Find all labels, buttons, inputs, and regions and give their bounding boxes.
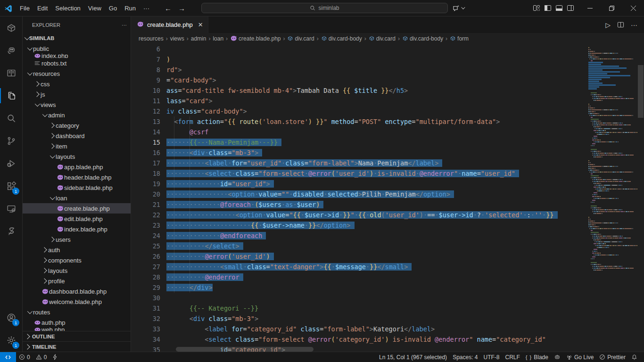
tree-folder-layouts[interactable]: layouts: [23, 265, 131, 276]
code-line-11[interactable]: 11lass="card">: [131, 96, 588, 106]
tree-folder-js[interactable]: js: [23, 89, 131, 99]
code-line-9[interactable]: 9="card-body">: [131, 75, 588, 85]
vertical-scrollbar-thumb[interactable]: [638, 65, 644, 118]
tree-file-create-blade-php[interactable]: create.blade.php: [23, 203, 131, 214]
workspace-section-header[interactable]: SIMINLAB: [23, 33, 131, 43]
tree-file-welcome-blade-php[interactable]: welcome.blade.php: [23, 296, 131, 307]
status-warnings[interactable]: 0: [33, 352, 50, 362]
tree-folder-layouts[interactable]: layouts: [23, 151, 131, 162]
code-line-31[interactable]: 31 {{-- Kategori --}}: [131, 303, 588, 313]
code-line-21[interactable]: 21··············@foreach·($users·as·$use…: [131, 199, 588, 210]
tree-file-app-blade-php[interactable]: app.blade.php: [23, 162, 131, 172]
breadcrumb-item-form[interactable]: form: [450, 35, 469, 42]
breadcrumb-item-resources[interactable]: resources: [139, 35, 164, 42]
code-line-6[interactable]: 6: [131, 44, 588, 54]
horizontal-scrollbar-thumb[interactable]: [176, 347, 314, 352]
breadcrumb-item-div-card[interactable]: div.card: [369, 35, 396, 42]
tree-folder-users[interactable]: users: [23, 234, 131, 245]
menu-more[interactable]: ···: [140, 3, 153, 14]
activity-extensions-icon[interactable]: 1: [0, 175, 22, 197]
status-robot-status[interactable]: [551, 352, 563, 362]
explorer-actions-button[interactable]: ···: [122, 22, 127, 28]
status-indentation[interactable]: Spaces: 4: [450, 352, 480, 362]
tree-file-sidebar-blade-php[interactable]: sidebar.blade.php: [23, 182, 131, 193]
code-editor[interactable]: 67)8rd">9="card-body">10ass="card-title …: [131, 44, 644, 352]
tree-folder-dashboard[interactable]: dashboard: [23, 131, 131, 141]
tree-file-auth-php[interactable]: auth.php: [23, 317, 131, 328]
tree-folder-auth[interactable]: auth: [23, 245, 131, 255]
tree-folder-item[interactable]: item: [23, 141, 131, 151]
tree-file-dashboard-blade-php[interactable]: dashboard.blade.php: [23, 286, 131, 296]
status-eol[interactable]: CRLF: [503, 352, 523, 362]
timeline-panel-header[interactable]: TIMELINE: [23, 341, 131, 352]
tree-folder-views[interactable]: views: [23, 99, 131, 110]
breadcrumb-item-loan[interactable]: loan: [213, 35, 223, 42]
menu-run[interactable]: Run: [121, 3, 140, 14]
tree-folder-resources[interactable]: resources: [23, 68, 131, 79]
tree-file-header-blade-php[interactable]: header.blade.php: [23, 172, 131, 182]
activity-source-control-icon[interactable]: [0, 130, 22, 152]
tree-file-index-php[interactable]: index.php: [23, 54, 131, 58]
code-line-22[interactable]: 22··················<option·value="{{·$u…: [131, 210, 588, 220]
code-line-29[interactable]: 29······</div>: [131, 282, 588, 293]
tree-folder-css[interactable]: css: [23, 79, 131, 89]
code-line-32[interactable]: 32 <div class="mb-3">: [131, 313, 588, 324]
tree-folder-components[interactable]: components: [23, 255, 131, 265]
activity-search-icon[interactable]: [0, 107, 22, 130]
tab-create-blade-php[interactable]: create.blade.php ✕: [131, 16, 208, 33]
code-line-23[interactable]: 23······················{{·$user->name·}…: [131, 220, 588, 230]
status-encoding[interactable]: UTF-8: [481, 352, 503, 362]
status-cursor-position[interactable]: Ln 15, Col 1 (967 selected): [376, 352, 450, 362]
minimap[interactable]: [588, 44, 637, 352]
close-tab-icon[interactable]: ✕: [198, 21, 203, 28]
code-line-25[interactable]: 25··········</select>: [131, 241, 588, 251]
code-line-30[interactable]: 30: [131, 293, 588, 303]
command-center[interactable]: siminlab: [201, 3, 448, 13]
status-port[interactable]: [50, 352, 60, 362]
activity-package-icon[interactable]: [0, 16, 22, 39]
tree-folder-public[interactable]: public: [23, 43, 131, 54]
vertical-scrollbar[interactable]: [637, 44, 644, 352]
activity-robot-icon[interactable]: [0, 39, 22, 62]
breadcrumb-item-div-card-body[interactable]: div.card-body: [321, 35, 362, 42]
tree-file-robots-txt[interactable]: robots.txt: [23, 58, 131, 68]
run-button[interactable]: ▷: [605, 21, 611, 29]
menu-go[interactable]: Go: [105, 3, 121, 14]
menu-selection[interactable]: Selection: [51, 3, 84, 14]
breadcrumb-item-div-card-body[interactable]: div.card-body: [402, 35, 443, 42]
activity-run-debug-icon[interactable]: [0, 152, 22, 175]
status-prettier[interactable]: Prettier: [596, 352, 628, 362]
toggle-sidebar-icon[interactable]: [544, 4, 552, 12]
minimize-button[interactable]: [579, 0, 601, 16]
tree-folder-admin[interactable]: admin: [23, 110, 131, 120]
activity-account-icon[interactable]: 1: [0, 306, 22, 329]
code-line-7[interactable]: 7): [131, 54, 588, 65]
tree-folder-profile[interactable]: profile: [23, 276, 131, 286]
activity-explorer-icon[interactable]: [0, 84, 22, 107]
breadcrumb-item-div-card[interactable]: div.card: [287, 35, 314, 42]
code-line-26[interactable]: 26··········@error('user_id'): [131, 251, 588, 262]
menu-edit[interactable]: Edit: [33, 3, 51, 14]
toggle-panel-icon[interactable]: [555, 4, 563, 12]
code-line-17[interactable]: 17··········<label·for="user_id"·class="…: [131, 158, 588, 168]
tree-file-web-php[interactable]: web.php: [23, 328, 131, 331]
status-errors[interactable]: 0: [16, 352, 33, 362]
code-line-12[interactable]: 12iv class="card-body">: [131, 106, 588, 116]
status-notifications[interactable]: [628, 352, 640, 362]
back-arrow-icon[interactable]: ←: [165, 4, 172, 12]
code-line-15[interactable]: 15······{{--·Nama·Peminjam·--}}: [131, 137, 588, 148]
code-line-34[interactable]: 34 <select class="form-select @error('ca…: [131, 334, 588, 345]
tree-folder-loan[interactable]: loan: [23, 193, 131, 203]
status-remote[interactable]: [0, 352, 16, 362]
activity-remote-window-icon[interactable]: [0, 197, 22, 220]
breadcrumb-item-create-blade-php[interactable]: create.blade.php: [230, 35, 281, 42]
code-line-28[interactable]: 28··········@enderror: [131, 272, 588, 282]
toggle-secondary-sidebar-icon[interactable]: [567, 4, 574, 12]
tree-folder-category[interactable]: category: [23, 120, 131, 131]
code-line-8[interactable]: 8rd">: [131, 65, 588, 75]
code-line-13[interactable]: 13 <form action="{{ route('loan.store') …: [131, 116, 588, 127]
code-line-19[interactable]: 19··············id="user_id">: [131, 179, 588, 189]
tree-file-edit-blade-php[interactable]: edit.blade.php: [23, 214, 131, 224]
code-line-18[interactable]: 18··········<select·class="form-select·@…: [131, 168, 588, 179]
close-window-button[interactable]: [622, 0, 644, 16]
